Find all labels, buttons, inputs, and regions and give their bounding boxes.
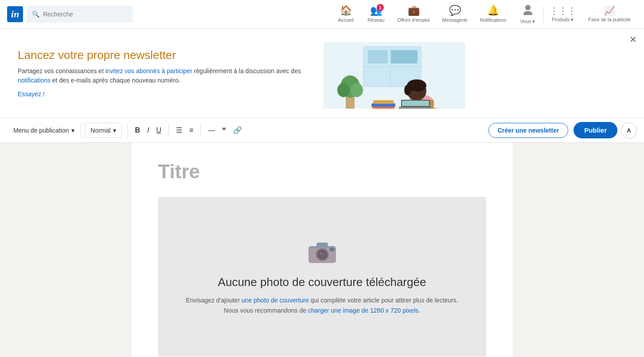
search-bar[interactable]: 🔍	[27, 6, 133, 23]
navbar: in 🔍 🏠 Accueil 👥 1 Réseau 💼 Offres d'emp…	[0, 0, 644, 29]
quote-button[interactable]: ❝	[219, 123, 230, 137]
divider-icon: —	[208, 126, 215, 134]
style-chevron-icon: ▾	[113, 127, 116, 134]
svg-rect-7	[391, 50, 418, 63]
banner-try-link[interactable]: Essayez !	[18, 90, 45, 98]
newsletter-banner: Lancez votre propre newsletter Partagez …	[0, 29, 644, 118]
notifications-icon: 🔔	[487, 5, 499, 16]
svg-rect-5	[363, 67, 421, 67]
unordered-list-button[interactable]: ≡	[186, 124, 197, 137]
svg-point-1	[523, 11, 532, 15]
style-dropdown[interactable]: Normal ▾	[85, 123, 122, 138]
svg-rect-13	[371, 103, 395, 107]
nav-item-accueil[interactable]: 🏠 Accueil	[331, 0, 361, 29]
cover-photo-link-1[interactable]: une photo de couverture	[242, 297, 309, 304]
cover-photo-area[interactable]: Aucune photo de couverture téléchargée E…	[158, 197, 486, 357]
publication-menu[interactable]: Menu de publication ▾	[7, 123, 81, 137]
nav-label-offres: Offres d'emploi	[397, 17, 429, 23]
cover-photo-title: Aucune photo de couverture téléchargée	[218, 275, 426, 289]
nav-label-vous: Vous ▾	[520, 19, 535, 24]
reseau-badge: 1	[377, 4, 384, 11]
svg-point-21	[404, 85, 411, 95]
nav-items: 🏠 Accueil 👥 1 Réseau 💼 Offres d'emploi 💬…	[331, 0, 637, 29]
italic-button[interactable]: I	[144, 124, 152, 137]
search-input[interactable]	[43, 11, 123, 18]
banner-content: Lancez votre propre newsletter Partagez …	[18, 48, 319, 98]
create-newsletter-button[interactable]: Créer une newsletter	[488, 123, 569, 138]
advertise-icon: 📈	[604, 5, 615, 16]
banner-title: Lancez votre propre newsletter	[18, 48, 319, 62]
svg-rect-14	[373, 100, 394, 104]
products-icon: ⋮⋮⋮	[550, 5, 576, 16]
banner-link-abonnes[interactable]: invitez vos abonnés à participer	[105, 67, 192, 75]
nav-label-accueil: Accueil	[338, 17, 354, 23]
quote-icon: ❝	[222, 126, 226, 134]
camera-icon	[307, 238, 338, 267]
style-label: Normal	[90, 127, 110, 134]
menu-publication-label: Menu de publication	[13, 127, 69, 134]
ordered-list-button[interactable]: ☰	[172, 123, 186, 137]
banner-link-notifications[interactable]: notifications	[18, 77, 51, 84]
linkedin-logo[interactable]: in	[7, 6, 23, 22]
svg-rect-34	[316, 243, 328, 247]
menu-chevron-down-icon: ▾	[71, 127, 74, 134]
search-icon: 🔍	[32, 11, 39, 18]
toolbar-sep-2	[168, 124, 169, 137]
svg-point-11	[351, 83, 363, 97]
cover-photo-description-2: Nous vous recommandons de charger une im…	[224, 306, 420, 315]
nav-item-vous[interactable]: Vous ▾	[513, 0, 543, 29]
banner-description: Partagez vos connaissances et invitez vo…	[18, 67, 319, 85]
svg-point-0	[525, 5, 531, 10]
title-placeholder: Titre	[158, 161, 200, 182]
banner-illustration	[319, 38, 470, 109]
svg-rect-36	[330, 248, 334, 251]
nav-label-notifications: Notifications	[480, 17, 507, 23]
jobs-icon: 💼	[408, 5, 420, 16]
page-wrapper: Lancez votre propre newsletter Partagez …	[0, 29, 644, 357]
toolbar-sep-1	[127, 124, 128, 137]
nav-item-produits[interactable]: ⋮⋮⋮ Produits ▾	[543, 0, 582, 29]
nav-item-messagerie[interactable]: 💬 Messagerie	[436, 0, 474, 29]
nav-item-reseau[interactable]: 👥 1 Réseau	[361, 0, 391, 29]
nav-item-notifications[interactable]: 🔔 Notifications	[474, 0, 513, 29]
article-title-input[interactable]: Titre	[158, 161, 486, 183]
profile-icon	[522, 4, 534, 18]
unordered-list-icon: ≡	[189, 126, 193, 134]
publish-button[interactable]: Publier	[574, 122, 617, 138]
cover-photo-description-1: Envisagez d'ajouter une photo de couvert…	[186, 295, 458, 305]
svg-rect-6	[368, 50, 388, 63]
collapse-icon: ∧	[626, 126, 632, 134]
svg-rect-28	[402, 101, 429, 106]
underline-button[interactable]: U	[152, 124, 165, 137]
nav-label-publicite: Faire de la publicité	[589, 17, 631, 22]
editor-area: Titre	[132, 143, 513, 357]
editor-toolbar: Menu de publication ▾ Normal ▾ B I U ☰ ≡…	[0, 118, 644, 143]
nav-label-produits: Produits ▾	[552, 17, 574, 23]
link-icon: 🔗	[233, 126, 242, 134]
nav-label-messagerie: Messagerie	[442, 17, 468, 23]
close-banner-button[interactable]: ✕	[629, 34, 637, 45]
svg-point-22	[414, 91, 415, 93]
nav-label-reseau: Réseau	[367, 17, 384, 23]
collapse-button[interactable]: ∧	[621, 122, 637, 138]
cover-photo-link-2[interactable]: charger une image de 1280 x 720 pixels	[308, 307, 418, 314]
divider-button[interactable]: —	[204, 124, 219, 137]
ordered-list-icon: ☰	[176, 126, 182, 134]
network-icon: 👥 1	[370, 5, 382, 16]
linkedin-logo-letter: in	[11, 8, 19, 20]
svg-point-10	[337, 83, 350, 97]
nav-item-offres[interactable]: 💼 Offres d'emploi	[391, 0, 436, 29]
bold-button[interactable]: B	[131, 124, 144, 137]
messaging-icon: 💬	[449, 5, 461, 16]
link-button[interactable]: 🔗	[230, 123, 246, 137]
home-icon: 🏠	[340, 5, 352, 16]
toolbar-sep-3	[200, 124, 201, 137]
nav-item-publicite[interactable]: 📈 Faire de la publicité	[582, 0, 637, 29]
